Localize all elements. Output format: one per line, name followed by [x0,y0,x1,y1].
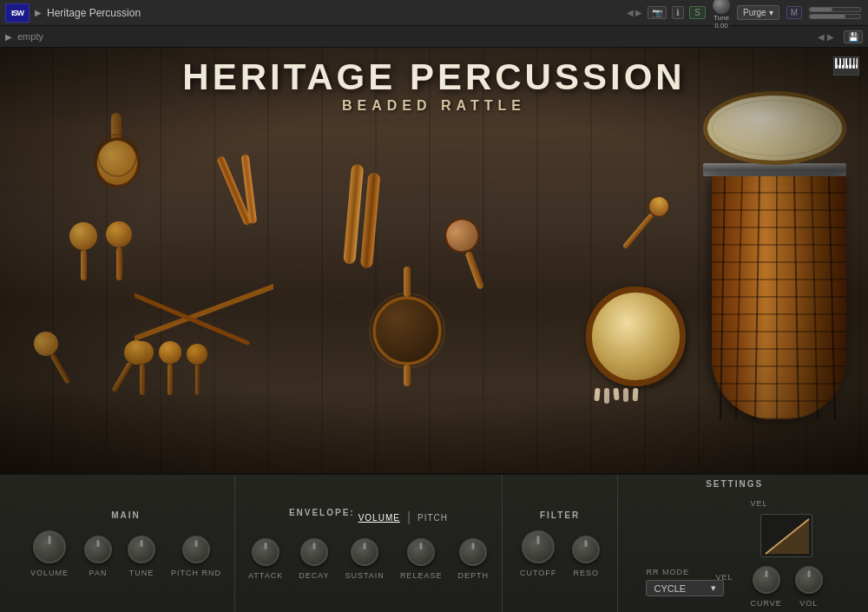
settings-section: SETTINGS RR MODE CYCLE ▾ VEL VEL [618,475,851,612]
pan-label: PAN [89,569,108,577]
preset-save-btn[interactable]: 💾 [844,30,863,43]
sustain-label: SUSTAIN [345,571,385,580]
gourd-rattle [95,113,139,187]
second-bar: ▶ empty ◀ ▶ 💾 [0,26,868,48]
curve-knob[interactable] [753,566,780,594]
reso-knob[interactable] [572,536,600,563]
volume-knob-group: VOLUME [30,530,69,577]
tune-knob[interactable] [713,0,730,14]
filter-section: FILTER CUTOFF RESO [503,475,618,612]
nav-prev-arrow[interactable]: ▶ [35,8,42,17]
filter-knobs-row: CUTOFF RESO [520,530,600,577]
settings-row: RR MODE CYCLE ▾ VEL VEL [646,499,822,608]
tune-knob-group: TUNE [128,536,155,577]
rattle-top-right [635,191,655,255]
curve-label: CURVE [750,599,781,608]
filter-section-label: FILTER [540,510,580,520]
envelope-label: ENVELOPE: [289,508,355,517]
svg-line-21 [829,176,835,419]
rr-dropdown-arrow: ▾ [711,582,716,594]
cutoff-label: CUTOFF [520,569,556,577]
svg-line-20 [812,176,818,419]
rr-mode-dropdown[interactable]: CYCLE ▾ [646,580,724,596]
title-overlay: HERITAGE PERCUSSION BEADED RATTLE [0,56,868,114]
vol-settings-label: VOL [799,599,818,608]
main-section-label: MAIN [111,510,141,520]
attack-group: ATTACK [248,538,283,580]
release-knob[interactable] [407,538,435,566]
instrument-title: HERITAGE PERCUSSION [0,56,868,98]
svg-rect-8 [838,58,840,65]
top-bar-left: ISW ▶ Heritage Percussion ◀ ▶ 📷 ℹ [0,3,689,23]
expand-arrow[interactable]: ▶ [5,32,12,42]
nav-arrows-right: ◀ ▶ [627,8,643,17]
beaded-gourd-bottom [373,267,441,386]
depth-knob[interactable] [459,538,487,566]
decay-label: DECAY [299,571,329,580]
s-button[interactable]: S [689,6,706,19]
tune-value: 0.00 [714,22,728,30]
pitch-rnd-knob[interactable] [182,536,210,563]
m-button[interactable]: M [786,6,802,19]
cutoff-knob[interactable] [522,530,555,563]
rr-mode-value: CYCLE [654,583,686,594]
main-image-area: HERITAGE PERCUSSION BEADED RATTLE [0,48,868,473]
depth-label: DEPTH [457,571,489,580]
piano-icon[interactable] [833,56,859,76]
tune-main-label: TUNE [129,569,155,577]
svg-line-17 [755,176,760,419]
svg-rect-12 [855,58,857,65]
tune-main-knob[interactable] [128,536,155,563]
attack-label: ATTACK [248,571,283,580]
main-knobs-row: VOLUME PAN TUNE PITCH RND [30,530,221,577]
attack-knob[interactable] [252,538,279,566]
rr-vel-group: RR MODE CYCLE ▾ VEL [646,568,733,608]
preset-label: empty [17,31,43,42]
screenshot-btn[interactable]: 📷 [648,6,667,19]
rr-mode-label: RR MODE [646,568,689,576]
envelope-volume-tab[interactable]: VOLUME [358,513,400,523]
cutoff-group: CUTOFF [520,530,556,577]
maracas-bottom-left [56,326,265,399]
vel-top-label: VEL [750,499,767,508]
depth-group: DEPTH [457,538,489,580]
svg-line-15 [720,176,725,419]
tune-label: Tune [713,14,729,22]
info-btn[interactable]: ℹ [672,6,684,19]
envelope-header: ENVELOPE: VOLUME | PITCH [289,508,448,528]
purge-button[interactable]: Purge ▾ [737,5,779,20]
svg-rect-10 [847,58,850,65]
vol-settings-group: VOL [795,566,823,608]
top-bar: ISW ▶ Heritage Percussion ◀ ▶ 📷 ℹ S Tune… [0,0,868,26]
settings-label: SETTINGS [706,479,763,489]
instrument-subtitle: BEADED RATTLE [0,98,868,114]
svg-line-19 [794,176,799,419]
sustain-knob[interactable] [351,538,378,566]
decay-knob[interactable] [300,538,328,566]
long-sticks [343,164,381,269]
envelope-knobs-row: ATTACK DECAY SUSTAIN RELEASE DEPTH [248,538,489,580]
tune-section: Tune 0.00 [713,0,730,30]
vol-settings-knob[interactable] [795,566,823,594]
svg-line-16 [736,176,742,419]
mini-controls [809,7,861,19]
svg-rect-9 [841,58,844,65]
svg-rect-11 [852,58,854,65]
mini-slider-1[interactable] [809,7,861,12]
mini-slider-2[interactable] [809,14,861,19]
volume-knob[interactable] [33,530,66,563]
small-maracas [69,221,132,280]
svg-marker-22 [766,519,809,554]
pan-knob[interactable] [84,536,112,563]
release-group: RELEASE [400,538,443,580]
vel-label: VEL [715,573,733,582]
sustain-group: SUSTAIN [345,538,385,580]
frame-drum [586,286,686,386]
envelope-pitch-tab[interactable]: PITCH [418,513,448,523]
pitch-rnd-label: PITCH RND [171,569,221,577]
decay-group: DECAY [299,538,329,580]
reso-group: RESO [572,536,600,577]
velocity-curve-display [760,514,812,557]
curve-vol-knobs: CURVE VOL [750,566,822,608]
top-bar-right: S Tune 0.00 Purge ▾ M [689,0,868,30]
